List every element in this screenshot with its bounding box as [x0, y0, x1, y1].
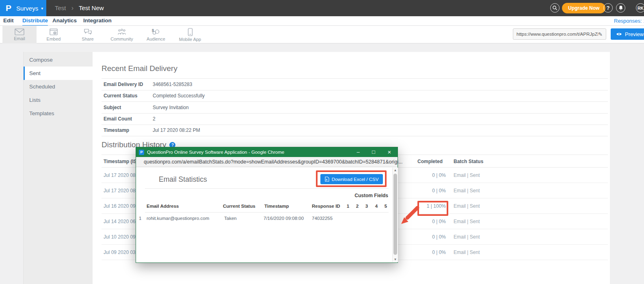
edit-url-pencil-icon[interactable]: ✎: [598, 31, 603, 37]
top-navbar: P Surveys ▾ Test › Test New Upgrade Now …: [0, 0, 644, 16]
field-label: Timestamp: [102, 127, 153, 133]
status-cell: Taken: [224, 216, 237, 221]
scroll-up-icon[interactable]: ▲: [393, 168, 398, 172]
mobile-phone-icon: [188, 28, 193, 36]
audience-dollar-icon: $: [151, 28, 160, 36]
toolbar-item-email[interactable]: Email: [2, 26, 37, 43]
field-value: Completed Successfully: [153, 93, 205, 99]
field-label: Subject: [102, 105, 153, 110]
embed-window-icon: [50, 28, 58, 36]
tab-integration[interactable]: Integration: [83, 16, 112, 26]
completed-cell: 1 | 100%: [409, 198, 446, 214]
field-value: Survey Invitation: [153, 105, 189, 110]
responses-count-link[interactable]: Responses: 14: [614, 16, 644, 26]
field-label: Email Count: [102, 116, 153, 122]
table-row: Current Status Completed Successfully: [102, 90, 608, 102]
recent-email-delivery-table: Email Delivery ID 3468561-5285283 Curren…: [102, 78, 608, 136]
batch-status-cell: Email | Sent: [454, 229, 480, 245]
toolbar-item-label: Audience: [147, 37, 165, 41]
envelope-icon: [15, 28, 24, 35]
email-cell: rohit.kumar@questionpro.com: [147, 216, 209, 221]
surveys-menu[interactable]: P Surveys ▾: [0, 0, 46, 16]
completed-cell: 0 | 0%: [409, 229, 446, 245]
help-button[interactable]: ?: [603, 3, 613, 13]
questionpro-logo-icon: P: [6, 3, 11, 13]
timestamp-cell: 7/16/2020 09:08:00: [264, 216, 304, 221]
questionpro-favicon-icon: P: [139, 150, 144, 155]
survey-url-input[interactable]: [516, 32, 598, 37]
distribute-toolbar: Email Embed Share Community $ Audience M…: [0, 26, 644, 43]
survey-nav-tabs: Edit Distribute Analytics Integration Re…: [0, 16, 644, 26]
toolbar-item-label: Share: [82, 37, 93, 41]
toolbar-item-community[interactable]: Community: [105, 26, 139, 43]
table-row: Subject Survey Invitation: [102, 101, 608, 113]
column-header-status: Current Status: [223, 204, 255, 209]
popup-scrollbar[interactable]: ▲ ▼: [392, 168, 398, 262]
toolbar-item-label: Community: [110, 37, 133, 41]
field-label: Email Delivery ID: [102, 82, 153, 87]
batch-status-cell: Email | Sent: [454, 214, 480, 229]
user-avatar[interactable]: RK: [636, 3, 644, 13]
popup-window-title: QuestionPro Online Survey Software Appli…: [147, 150, 284, 155]
breadcrumb-current: Test New: [79, 4, 104, 11]
download-button-label: Download Excel / CSV: [332, 177, 379, 182]
popup-title-bar[interactable]: P QuestionPro Online Survey Software App…: [136, 147, 398, 157]
custom-fields-label: Custom Fields: [331, 193, 388, 198]
scrollbar-thumb[interactable]: [393, 174, 397, 255]
response-id-cell: 74032255: [312, 216, 333, 221]
toolbar-item-share[interactable]: Share: [71, 26, 105, 43]
completed-cell: 0 | 0%: [409, 183, 446, 198]
sidebar-item-lists[interactable]: Lists: [24, 93, 93, 107]
community-people-icon: [117, 28, 126, 36]
batch-status-cell: Email | Sent: [454, 198, 480, 214]
toolbar-item-label: Mobile App: [179, 37, 201, 42]
field-label: Current Status: [102, 93, 153, 99]
column-header-batch-status: Batch Status: [454, 155, 483, 168]
sidebar-item-sent[interactable]: Sent: [24, 67, 93, 80]
upgrade-now-button[interactable]: Upgrade Now: [562, 3, 605, 13]
column-header-custom-1: 1: [345, 204, 351, 209]
divider: [145, 212, 389, 213]
batch-status-cell: Email | Sent: [454, 245, 480, 260]
field-value: 2: [153, 116, 156, 122]
toolbar-item-label: Email: [14, 36, 25, 41]
excel-file-icon: x: [325, 176, 329, 182]
tab-edit[interactable]: Edit: [3, 16, 14, 26]
toolbar-item-audience[interactable]: $ Audience: [139, 26, 173, 43]
sidebar-item-scheduled[interactable]: Scheduled: [24, 80, 93, 93]
share-bubbles-icon: [84, 28, 92, 36]
column-header-custom-5: 5: [383, 204, 389, 209]
email-statistics-heading: Email Statistics: [159, 175, 207, 184]
popup-address-bar[interactable]: questionpro.com/a/emailBatchStats.do?mod…: [136, 157, 398, 167]
sidebar-item-templates[interactable]: Templates: [24, 107, 93, 120]
email-sidebar: Compose Sent Scheduled Lists Templates: [23, 52, 93, 284]
email-statistics-popup-window: P QuestionPro Online Survey Software App…: [136, 147, 398, 263]
chevron-down-icon: ▾: [41, 6, 43, 11]
preview-button[interactable]: Preview: [611, 28, 644, 40]
breadcrumb: Test › Test New: [55, 0, 104, 16]
maximize-button[interactable]: □: [367, 147, 380, 157]
column-header-custom-4: 4: [373, 204, 380, 209]
completed-cell: 0 | 0%: [409, 168, 446, 183]
column-header-timestamp: Timestamp: [264, 204, 289, 209]
notifications-button[interactable]: [616, 3, 625, 13]
tab-distribute[interactable]: Distribute: [22, 16, 48, 26]
table-row: Email Delivery ID 3468561-5285283: [102, 78, 608, 90]
column-header-response-id: Response ID: [312, 204, 340, 209]
column-header-completed: Completed: [409, 155, 446, 168]
close-button[interactable]: ×: [383, 147, 395, 157]
table-row: Email Count 2: [102, 113, 608, 125]
toolbar-item-mobile-app[interactable]: Mobile App: [173, 26, 207, 43]
tab-analytics[interactable]: Analytics: [52, 16, 77, 26]
column-header-custom-3: 3: [363, 204, 370, 209]
toolbar-item-embed[interactable]: Embed: [37, 26, 71, 43]
completed-cell: 0 | 0%: [409, 214, 446, 229]
surveys-menu-label: Surveys: [16, 5, 38, 12]
sidebar-item-compose[interactable]: Compose: [24, 53, 93, 67]
minimize-button[interactable]: –: [352, 147, 364, 157]
breadcrumb-separator: ›: [71, 4, 73, 11]
breadcrumb-parent[interactable]: Test: [55, 4, 66, 11]
download-excel-csv-button[interactable]: x Download Excel / CSV: [320, 174, 383, 184]
search-button[interactable]: [550, 3, 560, 13]
scroll-down-icon[interactable]: ▼: [393, 258, 398, 261]
